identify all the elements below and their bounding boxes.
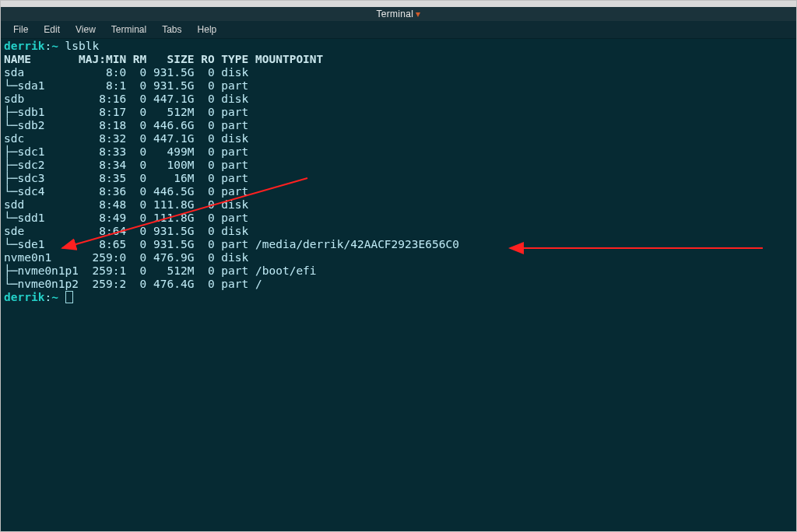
- terminal-window: Terminal▾ File Edit View Terminal Tabs H…: [0, 0, 797, 532]
- window-title: Terminal: [376, 9, 413, 19]
- menu-edit[interactable]: Edit: [36, 22, 68, 37]
- terminal-area[interactable]: derrik:~ lsblk NAME MAJ:MIN RM SIZE RO T…: [4, 40, 793, 528]
- top-strip: [1, 1, 796, 7]
- menu-file[interactable]: File: [5, 22, 36, 37]
- title-bar: Terminal▾: [1, 7, 796, 21]
- menu-terminal[interactable]: Terminal: [104, 22, 154, 37]
- cursor: [65, 291, 73, 303]
- menu-bar: File Edit View Terminal Tabs Help: [1, 21, 796, 39]
- menu-tabs[interactable]: Tabs: [154, 22, 189, 37]
- title-dash: ▾: [413, 9, 420, 19]
- menu-help[interactable]: Help: [190, 22, 225, 37]
- menu-view[interactable]: View: [68, 22, 104, 37]
